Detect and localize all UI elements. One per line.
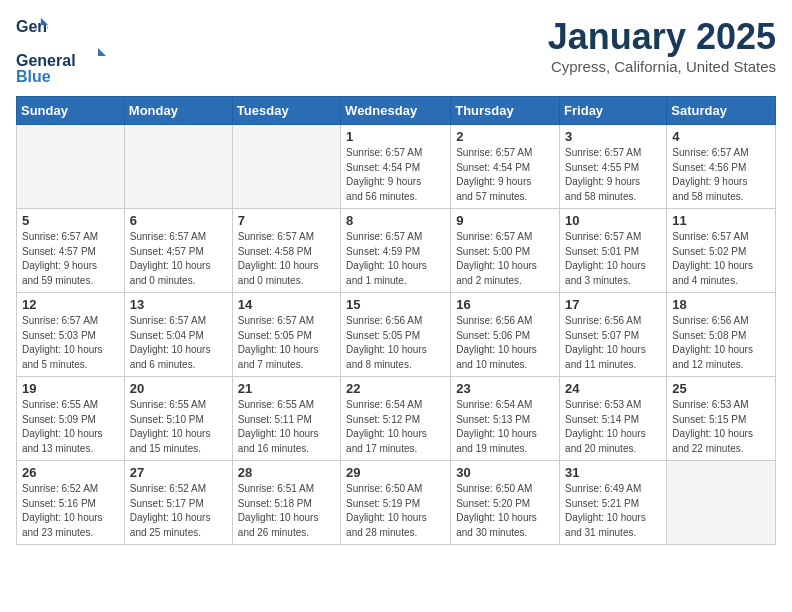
day-number: 29 xyxy=(346,465,445,480)
calendar-cell: 9Sunrise: 6:57 AM Sunset: 5:00 PM Daylig… xyxy=(451,209,560,293)
day-info: Sunrise: 6:55 AM Sunset: 5:09 PM Dayligh… xyxy=(22,398,119,456)
location-title: Cypress, California, United States xyxy=(548,58,776,75)
day-number: 20 xyxy=(130,381,227,396)
weekday-header-row: SundayMondayTuesdayWednesdayThursdayFrid… xyxy=(17,97,776,125)
day-info: Sunrise: 6:52 AM Sunset: 5:17 PM Dayligh… xyxy=(130,482,227,540)
day-info: Sunrise: 6:49 AM Sunset: 5:21 PM Dayligh… xyxy=(565,482,661,540)
calendar-cell: 2Sunrise: 6:57 AM Sunset: 4:54 PM Daylig… xyxy=(451,125,560,209)
logo: General General Blue xyxy=(16,16,106,86)
day-number: 12 xyxy=(22,297,119,312)
day-number: 24 xyxy=(565,381,661,396)
calendar-cell: 11Sunrise: 6:57 AM Sunset: 5:02 PM Dayli… xyxy=(667,209,776,293)
title-block: January 2025 Cypress, California, United… xyxy=(548,16,776,75)
svg-text:General: General xyxy=(16,52,76,69)
calendar-cell: 16Sunrise: 6:56 AM Sunset: 5:06 PM Dayli… xyxy=(451,293,560,377)
calendar-cell: 31Sunrise: 6:49 AM Sunset: 5:21 PM Dayli… xyxy=(560,461,667,545)
calendar-cell: 5Sunrise: 6:57 AM Sunset: 4:57 PM Daylig… xyxy=(17,209,125,293)
weekday-header-thursday: Thursday xyxy=(451,97,560,125)
day-info: Sunrise: 6:55 AM Sunset: 5:11 PM Dayligh… xyxy=(238,398,335,456)
day-info: Sunrise: 6:50 AM Sunset: 5:20 PM Dayligh… xyxy=(456,482,554,540)
weekday-header-monday: Monday xyxy=(124,97,232,125)
calendar-cell: 1Sunrise: 6:57 AM Sunset: 4:54 PM Daylig… xyxy=(341,125,451,209)
calendar-cell: 25Sunrise: 6:53 AM Sunset: 5:15 PM Dayli… xyxy=(667,377,776,461)
calendar-cell: 4Sunrise: 6:57 AM Sunset: 4:56 PM Daylig… xyxy=(667,125,776,209)
day-info: Sunrise: 6:54 AM Sunset: 5:12 PM Dayligh… xyxy=(346,398,445,456)
calendar-cell: 15Sunrise: 6:56 AM Sunset: 5:05 PM Dayli… xyxy=(341,293,451,377)
day-number: 21 xyxy=(238,381,335,396)
day-number: 22 xyxy=(346,381,445,396)
svg-text:Blue: Blue xyxy=(16,68,51,85)
calendar-cell xyxy=(232,125,340,209)
day-info: Sunrise: 6:57 AM Sunset: 4:58 PM Dayligh… xyxy=(238,230,335,288)
calendar-cell: 20Sunrise: 6:55 AM Sunset: 5:10 PM Dayli… xyxy=(124,377,232,461)
calendar-cell: 12Sunrise: 6:57 AM Sunset: 5:03 PM Dayli… xyxy=(17,293,125,377)
day-number: 7 xyxy=(238,213,335,228)
day-number: 28 xyxy=(238,465,335,480)
day-number: 26 xyxy=(22,465,119,480)
day-number: 2 xyxy=(456,129,554,144)
day-info: Sunrise: 6:57 AM Sunset: 5:01 PM Dayligh… xyxy=(565,230,661,288)
day-number: 27 xyxy=(130,465,227,480)
generalblue-logo: General Blue xyxy=(16,48,106,86)
day-number: 15 xyxy=(346,297,445,312)
day-number: 17 xyxy=(565,297,661,312)
day-number: 31 xyxy=(565,465,661,480)
calendar-cell: 13Sunrise: 6:57 AM Sunset: 5:04 PM Dayli… xyxy=(124,293,232,377)
calendar-cell: 7Sunrise: 6:57 AM Sunset: 4:58 PM Daylig… xyxy=(232,209,340,293)
day-number: 10 xyxy=(565,213,661,228)
page-header: General General Blue January 2025 Cypres… xyxy=(16,16,776,86)
month-title: January 2025 xyxy=(548,16,776,58)
day-info: Sunrise: 6:53 AM Sunset: 5:15 PM Dayligh… xyxy=(672,398,770,456)
day-info: Sunrise: 6:57 AM Sunset: 5:00 PM Dayligh… xyxy=(456,230,554,288)
weekday-header-sunday: Sunday xyxy=(17,97,125,125)
day-number: 30 xyxy=(456,465,554,480)
day-info: Sunrise: 6:56 AM Sunset: 5:05 PM Dayligh… xyxy=(346,314,445,372)
day-number: 13 xyxy=(130,297,227,312)
calendar-cell: 28Sunrise: 6:51 AM Sunset: 5:18 PM Dayli… xyxy=(232,461,340,545)
day-number: 11 xyxy=(672,213,770,228)
calendar-cell: 26Sunrise: 6:52 AM Sunset: 5:16 PM Dayli… xyxy=(17,461,125,545)
weekday-header-tuesday: Tuesday xyxy=(232,97,340,125)
day-info: Sunrise: 6:57 AM Sunset: 4:57 PM Dayligh… xyxy=(22,230,119,288)
calendar-cell: 18Sunrise: 6:56 AM Sunset: 5:08 PM Dayli… xyxy=(667,293,776,377)
weekday-header-wednesday: Wednesday xyxy=(341,97,451,125)
day-info: Sunrise: 6:57 AM Sunset: 4:55 PM Dayligh… xyxy=(565,146,661,204)
day-info: Sunrise: 6:57 AM Sunset: 5:03 PM Dayligh… xyxy=(22,314,119,372)
calendar-week-4: 19Sunrise: 6:55 AM Sunset: 5:09 PM Dayli… xyxy=(17,377,776,461)
day-info: Sunrise: 6:57 AM Sunset: 4:54 PM Dayligh… xyxy=(346,146,445,204)
calendar-week-3: 12Sunrise: 6:57 AM Sunset: 5:03 PM Dayli… xyxy=(17,293,776,377)
day-info: Sunrise: 6:57 AM Sunset: 4:56 PM Dayligh… xyxy=(672,146,770,204)
calendar-cell: 3Sunrise: 6:57 AM Sunset: 4:55 PM Daylig… xyxy=(560,125,667,209)
day-number: 5 xyxy=(22,213,119,228)
calendar-cell: 14Sunrise: 6:57 AM Sunset: 5:05 PM Dayli… xyxy=(232,293,340,377)
calendar-cell: 22Sunrise: 6:54 AM Sunset: 5:12 PM Dayli… xyxy=(341,377,451,461)
day-number: 4 xyxy=(672,129,770,144)
day-info: Sunrise: 6:52 AM Sunset: 5:16 PM Dayligh… xyxy=(22,482,119,540)
calendar-week-2: 5Sunrise: 6:57 AM Sunset: 4:57 PM Daylig… xyxy=(17,209,776,293)
calendar-cell: 29Sunrise: 6:50 AM Sunset: 5:19 PM Dayli… xyxy=(341,461,451,545)
day-info: Sunrise: 6:51 AM Sunset: 5:18 PM Dayligh… xyxy=(238,482,335,540)
day-number: 6 xyxy=(130,213,227,228)
calendar-week-5: 26Sunrise: 6:52 AM Sunset: 5:16 PM Dayli… xyxy=(17,461,776,545)
calendar-week-1: 1Sunrise: 6:57 AM Sunset: 4:54 PM Daylig… xyxy=(17,125,776,209)
calendar-cell: 21Sunrise: 6:55 AM Sunset: 5:11 PM Dayli… xyxy=(232,377,340,461)
day-info: Sunrise: 6:54 AM Sunset: 5:13 PM Dayligh… xyxy=(456,398,554,456)
day-info: Sunrise: 6:55 AM Sunset: 5:10 PM Dayligh… xyxy=(130,398,227,456)
calendar-cell: 30Sunrise: 6:50 AM Sunset: 5:20 PM Dayli… xyxy=(451,461,560,545)
day-info: Sunrise: 6:56 AM Sunset: 5:08 PM Dayligh… xyxy=(672,314,770,372)
day-number: 23 xyxy=(456,381,554,396)
day-info: Sunrise: 6:57 AM Sunset: 5:02 PM Dayligh… xyxy=(672,230,770,288)
calendar-cell: 10Sunrise: 6:57 AM Sunset: 5:01 PM Dayli… xyxy=(560,209,667,293)
logo-icon: General xyxy=(16,16,48,48)
calendar-cell: 27Sunrise: 6:52 AM Sunset: 5:17 PM Dayli… xyxy=(124,461,232,545)
day-number: 16 xyxy=(456,297,554,312)
weekday-header-saturday: Saturday xyxy=(667,97,776,125)
day-info: Sunrise: 6:57 AM Sunset: 5:05 PM Dayligh… xyxy=(238,314,335,372)
calendar-cell xyxy=(17,125,125,209)
day-number: 9 xyxy=(456,213,554,228)
day-info: Sunrise: 6:57 AM Sunset: 5:04 PM Dayligh… xyxy=(130,314,227,372)
day-info: Sunrise: 6:56 AM Sunset: 5:07 PM Dayligh… xyxy=(565,314,661,372)
day-number: 18 xyxy=(672,297,770,312)
calendar-cell: 8Sunrise: 6:57 AM Sunset: 4:59 PM Daylig… xyxy=(341,209,451,293)
day-number: 25 xyxy=(672,381,770,396)
